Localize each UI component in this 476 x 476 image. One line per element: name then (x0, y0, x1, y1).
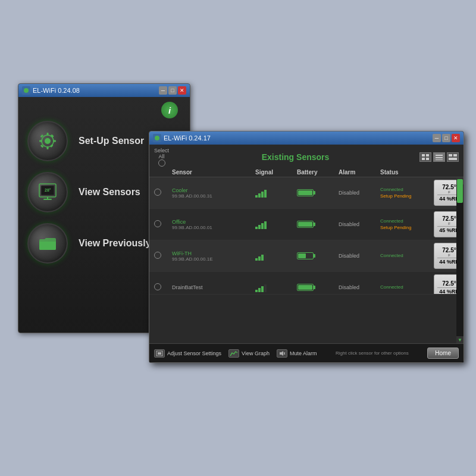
battery-indicator (297, 252, 339, 259)
sensors-list: Cooler 99.9B.AD.00.00.31 Disabled Connec… (149, 177, 464, 343)
select-all-radio[interactable] (158, 159, 165, 167)
front-title-bar: EL-WiFi 0.24.17 ─ □ ✕ (149, 131, 464, 145)
sensor-radio[interactable] (154, 282, 172, 293)
svg-rect-24 (449, 154, 452, 156)
right-click-hint: Right click sensor for other options (336, 350, 409, 356)
view-sensors-label: View Sensors (79, 187, 140, 198)
front-close-button[interactable]: ✕ (452, 134, 460, 142)
front-body: Select All Existing Sensors (149, 145, 464, 362)
sensor-display-icon: 28° (36, 181, 59, 203)
sensor-radio[interactable] (154, 250, 172, 261)
svg-text:28°: 28° (45, 188, 51, 192)
col-select (154, 169, 172, 176)
graph-icon (228, 349, 239, 358)
svg-rect-18 (426, 154, 429, 156)
mute-icon (277, 349, 287, 358)
front-footer: Adjust Sensor Settings View Graph Mute A… (149, 343, 464, 362)
folder-icon (36, 232, 59, 255)
connection-status: Connected Setup Pending (380, 218, 434, 230)
signal-indicator (255, 188, 297, 198)
sensor-name: DrainBatTest (172, 284, 255, 290)
minimize-button[interactable]: ─ (159, 86, 167, 95)
table-row[interactable]: Office 99.9B.AD.00.00.01 Disabled Connec… (149, 209, 464, 240)
close-button[interactable]: ✕ (178, 86, 186, 95)
signal-indicator (255, 283, 297, 292)
col-thumb (434, 169, 469, 176)
front-window-title: EL-WiFi 0.24.17 (164, 134, 433, 142)
col-sensor: Sensor (172, 169, 255, 176)
scrollbar-thumb[interactable] (457, 179, 463, 203)
adjust-icon (154, 349, 165, 358)
svg-point-2 (45, 138, 51, 144)
connection-status: Connected (380, 284, 434, 290)
sensor-info: WiFi-TH 99.9B.AD.00.00.1E (172, 250, 255, 262)
svg-point-0 (24, 88, 29, 93)
detail-view-button[interactable] (447, 152, 459, 162)
mute-alarm-button[interactable]: Mute Alarm (277, 349, 317, 358)
svg-rect-6 (53, 140, 56, 142)
front-minimize-button[interactable]: ─ (433, 134, 441, 142)
svg-rect-17 (422, 154, 425, 156)
all-label: All (159, 154, 165, 159)
svg-rect-4 (47, 146, 49, 149)
column-headers: Sensor Signal Battery Alarm Status (149, 168, 464, 177)
col-alarm: Alarm (339, 169, 380, 176)
home-button[interactable]: Home (427, 347, 459, 359)
grid-view-button[interactable] (419, 152, 431, 162)
svg-rect-26 (449, 158, 457, 160)
alarm-status: Disabled (339, 190, 380, 196)
sensor-radio[interactable] (154, 187, 172, 198)
battery-indicator (297, 189, 339, 196)
view-icons (419, 152, 459, 162)
view-graph-button[interactable]: View Graph (228, 349, 270, 358)
back-window-title: EL-WiFi 0.24.08 (33, 87, 159, 94)
battery-indicator (297, 221, 339, 228)
svg-rect-20 (426, 158, 429, 160)
alarm-status: Disabled (339, 221, 380, 227)
svg-rect-25 (453, 154, 457, 156)
adjust-sensor-settings-button[interactable]: Adjust Sensor Settings (154, 349, 221, 358)
sensor-radio[interactable] (154, 219, 172, 230)
view-graph-label: View Graph (242, 350, 270, 356)
sensor-mac: 99.9B.AD.00.00.31 (172, 193, 255, 199)
svg-rect-21 (436, 155, 443, 156)
sensor-info: Cooler 99.9B.AD.00.00.31 (172, 187, 255, 199)
existing-sensors-title: Existing Sensors (256, 152, 334, 162)
sensor-mac: 99.9B.AD.00.00.1E (172, 256, 255, 262)
info-icon[interactable]: i (161, 102, 178, 118)
alarm-status: Disabled (339, 253, 380, 259)
signal-indicator (255, 220, 297, 229)
svg-rect-19 (422, 158, 425, 160)
svg-rect-8 (50, 144, 54, 148)
sensor-info: Office 99.9B.AD.00.00.01 (172, 219, 255, 230)
sensor-info: DrainBatTest (172, 284, 255, 290)
table-row[interactable]: Cooler 99.9B.AD.00.00.31 Disabled Connec… (149, 177, 464, 209)
adjust-label: Adjust Sensor Settings (167, 350, 221, 356)
sensor-name: WiFi-TH (172, 250, 255, 256)
sensor-mac: 99.9B.AD.00.00.01 (172, 225, 255, 230)
front-header: Select All Existing Sensors (149, 145, 464, 168)
maximize-button[interactable]: □ (168, 86, 177, 95)
sensor-name: Office (172, 219, 255, 225)
svg-point-16 (155, 136, 159, 140)
view-sensors-icon-circle: 28° (27, 172, 68, 212)
setup-sensor-label: Set-Up Sensor (79, 136, 144, 146)
alarm-status: Disabled (339, 284, 380, 290)
back-title-bar: EL-WiFi 0.24.08 ─ □ ✕ (18, 84, 190, 97)
svg-rect-23 (436, 159, 443, 160)
front-title-controls: ─ □ ✕ (433, 134, 460, 142)
svg-rect-28 (158, 352, 161, 355)
view-previously-label: View Previously (79, 238, 151, 249)
table-row[interactable]: DrainBatTest Disabled Connected 72.5° (149, 272, 464, 295)
select-all-control: Select All (154, 148, 169, 167)
sensor-name: Cooler (172, 187, 255, 193)
table-row[interactable]: WiFi-TH 99.9B.AD.00.00.1E Disabled Conne… (149, 240, 464, 272)
connection-status: Connected Setup Pending (380, 187, 434, 198)
scroll-down-button[interactable]: ▼ (456, 336, 464, 343)
svg-rect-10 (51, 134, 54, 138)
battery-indicator (297, 284, 339, 291)
front-maximize-button[interactable]: □ (442, 134, 450, 142)
list-view-button[interactable] (433, 152, 445, 162)
scrollbar-track: ▲ ▼ (456, 177, 464, 343)
gear-icon (37, 130, 58, 152)
